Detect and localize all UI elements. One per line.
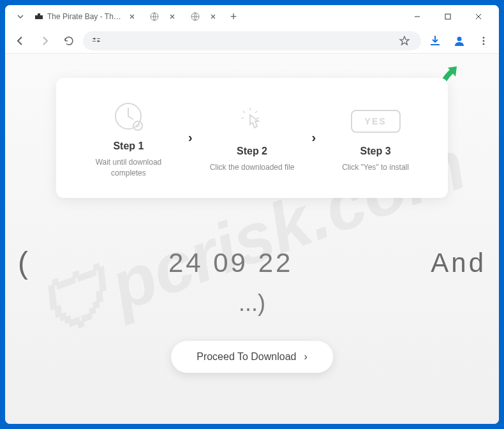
svg-rect-6	[97, 38, 100, 39]
maximize-icon	[445, 13, 451, 20]
titlebar: The Pirate Bay - The gala...	[5, 5, 499, 28]
address-bar[interactable]	[83, 31, 421, 50]
svg-point-12	[483, 36, 485, 38]
step-title: Step 3	[360, 146, 391, 157]
downloads-button[interactable]	[425, 31, 445, 51]
chevron-down-icon	[17, 13, 24, 20]
svg-point-13	[483, 40, 485, 41]
date-text: 24 09 22	[168, 248, 293, 278]
svg-point-10	[98, 40, 100, 42]
tab-strip: The Pirate Bay - The gala...	[8, 7, 404, 26]
step-3: YES Step 3 Click "Yes" to install	[316, 102, 435, 173]
tab-3-active[interactable]	[184, 7, 225, 26]
svg-point-9	[94, 38, 96, 40]
site-settings-icon[interactable]	[91, 35, 102, 47]
step-desc: Click the downloaded file	[210, 162, 295, 173]
page-content: 🛡pcrisk.com Step 1 Wait until download c…	[5, 54, 499, 424]
tab-1[interactable]: The Pirate Bay - The gala...	[28, 7, 143, 26]
svg-point-11	[457, 36, 462, 41]
svg-rect-0	[35, 15, 43, 19]
close-icon[interactable]	[167, 11, 177, 22]
kebab-icon	[478, 36, 489, 46]
close-icon[interactable]	[128, 11, 137, 22]
reload-icon	[63, 35, 75, 47]
tab-2[interactable]	[143, 7, 184, 26]
step-title: Step 1	[113, 140, 144, 152]
text-right: And	[431, 248, 486, 278]
maximize-button[interactable]	[435, 7, 461, 26]
profile-icon	[453, 34, 466, 47]
step-desc: Click "Yes" to install	[342, 162, 409, 173]
button-label: Proceed To Download	[196, 351, 296, 363]
minimize-button[interactable]	[404, 7, 430, 26]
download-icon	[429, 34, 441, 47]
step-desc: Wait until download completes	[84, 157, 173, 179]
svg-point-14	[483, 43, 485, 45]
chevron-right-icon: ›	[188, 130, 193, 145]
reload-button[interactable]	[59, 31, 79, 51]
new-tab-button[interactable]: +	[225, 8, 242, 26]
globe-icon	[149, 11, 159, 22]
arrow-right-icon	[39, 35, 50, 47]
close-icon[interactable]	[208, 11, 218, 22]
browser-window: The Pirate Bay - The gala...	[5, 5, 499, 424]
paren-left: (	[18, 245, 31, 280]
yes-box-icon: YES	[357, 102, 395, 140]
back-button[interactable]	[10, 31, 31, 51]
close-button[interactable]	[466, 7, 491, 26]
arrow-left-icon	[15, 35, 26, 47]
background-text: ( 24 09 22 And	[5, 245, 499, 280]
globe-icon	[190, 11, 200, 22]
tab-search-button[interactable]	[13, 9, 28, 24]
ship-icon	[34, 11, 43, 22]
minimize-icon	[414, 13, 420, 20]
step-1: Step 1 Wait until download completes	[69, 97, 188, 179]
svg-rect-7	[93, 41, 96, 41]
bookmark-button[interactable]	[396, 32, 413, 50]
chevron-right-icon: ›	[311, 130, 316, 145]
dots-text: ...)	[5, 290, 499, 317]
forward-button[interactable]	[34, 31, 55, 51]
step-title: Step 2	[237, 146, 267, 157]
svg-rect-1	[38, 13, 40, 15]
chevron-right-icon: ›	[304, 351, 307, 363]
toolbar	[5, 28, 499, 54]
star-icon	[399, 35, 410, 47]
step-2: Step 2 Click the downloaded file	[193, 102, 312, 173]
menu-button[interactable]	[473, 31, 494, 51]
click-icon	[233, 102, 271, 140]
window-controls	[404, 7, 496, 26]
profile-button[interactable]	[449, 31, 470, 51]
svg-rect-4	[445, 14, 450, 19]
clock-icon	[109, 97, 147, 135]
close-icon	[475, 13, 482, 20]
proceed-download-button[interactable]: Proceed To Download ›	[171, 341, 333, 373]
tab-title: The Pirate Bay - The gala...	[47, 12, 124, 21]
steps-card: Step 1 Wait until download completes › S…	[56, 78, 448, 198]
